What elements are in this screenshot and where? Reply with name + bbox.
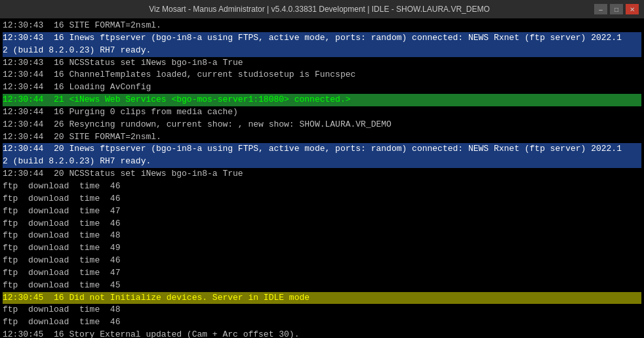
close-button[interactable]: ✕ bbox=[626, 4, 639, 14]
log-line: 12:30:44 26 Resyncing rundown, current s… bbox=[3, 119, 641, 131]
log-line: 12:30:44 16 ChannelTemplates loaded, cur… bbox=[3, 69, 641, 81]
log-line: 12:30:44 16 Loading AvConfig bbox=[3, 81, 641, 94]
log-line: 12:30:44 20 SITE FORMAT=2nsml. bbox=[3, 131, 641, 144]
title-bar: Viz Mosart - Manus Administrator | v5.4.… bbox=[0, 0, 644, 18]
maximize-button[interactable]: □ bbox=[610, 4, 623, 14]
minimize-button[interactable]: – bbox=[594, 4, 607, 14]
log-line: ftp download time 48 bbox=[3, 304, 641, 316]
log-line: 12:30:45 16 Story External updated (Cam … bbox=[3, 329, 641, 338]
log-line: ftp download time 49 bbox=[3, 242, 641, 255]
log-line: ftp download time 46 bbox=[3, 218, 641, 230]
log-line: 2 (build 8.2.0.23) RH7 ready. bbox=[3, 156, 641, 168]
log-line: ftp download time 48 bbox=[3, 230, 641, 242]
log-line: ftp download time 47 bbox=[3, 205, 641, 218]
log-line: 12:30:44 21 <iNews Web Services <bgo-mos… bbox=[3, 94, 641, 106]
log-line: ftp download time 45 bbox=[3, 280, 641, 292]
log-line: ftp download time 47 bbox=[3, 267, 641, 280]
log-line: ftp download time 46 bbox=[3, 193, 641, 205]
console-area: 12:30:43 16 SITE FORMAT=2nsml.12:30:43 1… bbox=[0, 18, 644, 338]
title-bar-title: Viz Mosart - Manus Administrator | v5.4.… bbox=[45, 5, 594, 14]
title-bar-controls[interactable]: – □ ✕ bbox=[594, 4, 639, 14]
log-line: 12:30:44 20 NCSStatus set iNews bgo-in8-… bbox=[3, 168, 641, 180]
log-line: 12:30:45 16 Did not Initialize devices. … bbox=[3, 292, 641, 305]
log-line: 12:30:44 16 Purging 0 clips from media c… bbox=[3, 106, 641, 119]
log-line: 12:30:43 16 Inews ftpserver (bgo-in8-a u… bbox=[3, 32, 641, 45]
log-line: ftp download time 46 bbox=[3, 316, 641, 329]
log-line: 12:30:44 20 Inews ftpserver (bgo-in8-a u… bbox=[3, 143, 641, 156]
log-line: 12:30:43 16 SITE FORMAT=2nsml. bbox=[3, 20, 641, 32]
log-line: ftp download time 46 bbox=[3, 180, 641, 193]
log-line: 12:30:43 16 NCSStatus set iNews bgo-in8-… bbox=[3, 57, 641, 70]
log-line: ftp download time 46 bbox=[3, 255, 641, 267]
log-line: 2 (build 8.2.0.23) RH7 ready. bbox=[3, 45, 641, 57]
